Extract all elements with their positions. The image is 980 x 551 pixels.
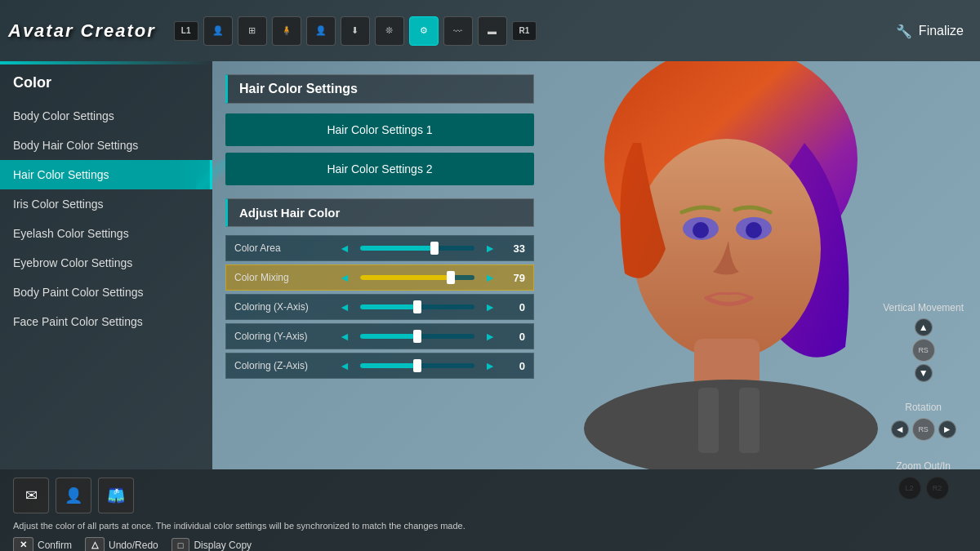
- main-content: Hair Color Settings Hair Color Settings …: [212, 61, 547, 469]
- slider-left-arrow[interactable]: ◄: [339, 271, 350, 284]
- slider-track[interactable]: [360, 304, 474, 309]
- slider-right-arrow[interactable]: ►: [484, 242, 496, 255]
- slider-coloring-z[interactable]: Coloring (Z-Axis) ◄ ► 0: [225, 353, 534, 379]
- undo-redo-label: Undo/Redo: [109, 540, 158, 551]
- l1-button[interactable]: L1: [174, 21, 198, 41]
- nav-icon-person[interactable]: 👤: [203, 16, 233, 46]
- slider-coloring-z-value: 0: [502, 360, 525, 372]
- slider-coloring-y-label: Coloring (Y-Axis): [234, 331, 332, 342]
- display-copy-label: Display Copy: [194, 540, 252, 551]
- avatar-strap-right: [739, 388, 760, 453]
- sidebar-item-eyebrow-color[interactable]: Eyebrow Color Settings: [0, 248, 212, 278]
- sidebar-item-iris-color[interactable]: Iris Color Settings: [0, 189, 212, 219]
- bottom-icon-mail[interactable]: ✉: [13, 478, 49, 513]
- avatar-mock: [547, 61, 915, 469]
- top-bar: Avatar Creator L1 👤 ⊞ 🧍 👤 ⬇ ❊ ⚙ 〰 ▬ R1 🔧…: [0, 0, 980, 61]
- slider-thumb: [413, 359, 421, 372]
- slider-left-arrow[interactable]: ◄: [339, 359, 350, 372]
- undo-redo-control: △ Undo/Redo: [85, 537, 158, 551]
- adjust-title: Adjust Hair Color: [225, 198, 534, 227]
- slider-color-area-label: Color Area: [234, 242, 332, 254]
- vertical-movement-label: Vertical Movement: [883, 302, 964, 313]
- sidebar-item-eyelash-color[interactable]: Eyelash Color Settings: [0, 219, 212, 248]
- display-copy-btn[interactable]: □: [172, 538, 190, 551]
- finalize-button[interactable]: 🔧 Finalize: [896, 23, 964, 38]
- slider-right-arrow[interactable]: ►: [484, 300, 496, 313]
- sidebar-item-body-hair-color[interactable]: Body Hair Color Settings: [0, 131, 212, 160]
- slider-color-area[interactable]: Color Area ◄ ► 33: [225, 235, 534, 261]
- teal-accent-bar: [0, 61, 212, 64]
- slider-right-arrow[interactable]: ►: [484, 330, 496, 343]
- left-arrow-button[interactable]: ◄: [891, 420, 909, 438]
- sidebar-item-hair-color[interactable]: Hair Color Settings: [0, 160, 212, 189]
- bottom-icon-shorts[interactable]: 🩳: [98, 478, 134, 513]
- sidebar-item-label: Iris Color Settings: [13, 198, 103, 211]
- rs-button-vertical[interactable]: RS: [912, 339, 935, 362]
- nav-icon-grid[interactable]: ⊞: [238, 16, 267, 46]
- rotation-group: Rotation ◄ RS ►: [891, 402, 956, 441]
- slider-track[interactable]: [360, 363, 474, 368]
- nav-icon-body[interactable]: 🧍: [272, 16, 301, 46]
- slider-track[interactable]: [360, 334, 474, 339]
- avatar-pupil-right: [746, 222, 762, 238]
- nav-icon-panel[interactable]: ▬: [478, 16, 507, 46]
- slider-color-mixing[interactable]: Color Mixing ◄ ► 79: [225, 264, 534, 291]
- sidebar-item-label: Hair Color Settings: [13, 168, 109, 181]
- slider-coloring-x-value: 0: [502, 301, 525, 313]
- confirm-label: Confirm: [38, 540, 72, 551]
- nav-icon-wave[interactable]: 〰: [443, 16, 473, 46]
- up-arrow-button[interactable]: ▲: [915, 318, 933, 336]
- sidebar-item-body-paint-color[interactable]: Body Paint Color Settings: [0, 278, 212, 307]
- slider-thumb: [413, 330, 421, 343]
- slider-track[interactable]: [360, 275, 474, 280]
- sidebar-item-face-paint-color[interactable]: Face Paint Color Settings: [0, 307, 212, 336]
- rotation-row: ◄ RS ►: [891, 418, 956, 441]
- nav-icon-face[interactable]: 👤: [306, 16, 336, 46]
- nav-icon-settings-active[interactable]: ⚙: [409, 16, 439, 46]
- avatar-area: [547, 61, 915, 469]
- sidebar-item-label: Body Color Settings: [13, 109, 114, 122]
- slider-thumb: [413, 300, 421, 313]
- slider-coloring-y[interactable]: Coloring (Y-Axis) ◄ ► 0: [225, 323, 534, 349]
- slider-thumb: [430, 242, 439, 255]
- slider-coloring-y-value: 0: [502, 331, 525, 343]
- slider-color-mixing-label: Color Mixing: [234, 272, 332, 283]
- confirm-btn[interactable]: ✕: [13, 537, 33, 551]
- down-arrow-button[interactable]: ▼: [915, 364, 933, 382]
- slider-left-arrow[interactable]: ◄: [339, 330, 350, 343]
- finalize-label: Finalize: [919, 24, 964, 38]
- adjust-section: Adjust Hair Color Color Area ◄ ► 33 Colo…: [225, 198, 534, 379]
- title-area: Avatar Creator: [8, 20, 156, 42]
- right-arrow-button[interactable]: ►: [938, 420, 956, 438]
- sidebar: Color Body Color Settings Body Hair Colo…: [0, 61, 212, 469]
- bottom-icons: ✉ 👤 🩳: [13, 478, 967, 513]
- subsection-btn-1[interactable]: Hair Color Settings 1: [225, 113, 534, 146]
- bottom-icon-person[interactable]: 👤: [56, 478, 91, 513]
- undo-redo-btn[interactable]: △: [85, 537, 105, 551]
- slider-left-arrow[interactable]: ◄: [339, 300, 350, 313]
- slider-fill: [360, 363, 417, 368]
- sidebar-item-body-color[interactable]: Body Color Settings: [0, 101, 212, 131]
- slider-coloring-x[interactable]: Coloring (X-Axis) ◄ ► 0: [225, 294, 534, 320]
- slider-left-arrow[interactable]: ◄: [339, 242, 350, 255]
- sidebar-item-label: Eyebrow Color Settings: [13, 256, 132, 269]
- section-title: Hair Color Settings: [225, 74, 534, 104]
- sidebar-title: Color: [0, 74, 212, 101]
- nav-icon-download[interactable]: ⬇: [341, 16, 370, 46]
- nav-icon-snowflake[interactable]: ❊: [375, 16, 404, 46]
- rs-button-rotation[interactable]: RS: [912, 418, 935, 441]
- slider-fill: [360, 334, 417, 339]
- subsection-2-label: Hair Color Settings 2: [327, 162, 432, 176]
- bottom-bar: ✉ 👤 🩳 Adjust the color of all parts at o…: [0, 469, 980, 551]
- sidebar-item-label: Body Hair Color Settings: [13, 139, 138, 152]
- slider-right-arrow[interactable]: ►: [484, 359, 496, 372]
- subsection-1-label: Hair Color Settings 1: [327, 123, 432, 136]
- avatar-shoulders: [584, 380, 878, 469]
- subsection-btn-2[interactable]: Hair Color Settings 2: [225, 153, 534, 185]
- slider-thumb: [447, 271, 455, 284]
- slider-right-arrow[interactable]: ►: [484, 271, 496, 284]
- vertical-movement-group: Vertical Movement ▲ RS ▼: [883, 302, 964, 382]
- r1-button[interactable]: R1: [512, 21, 537, 41]
- avatar-pupil-left: [693, 222, 709, 238]
- slider-track[interactable]: [360, 246, 474, 251]
